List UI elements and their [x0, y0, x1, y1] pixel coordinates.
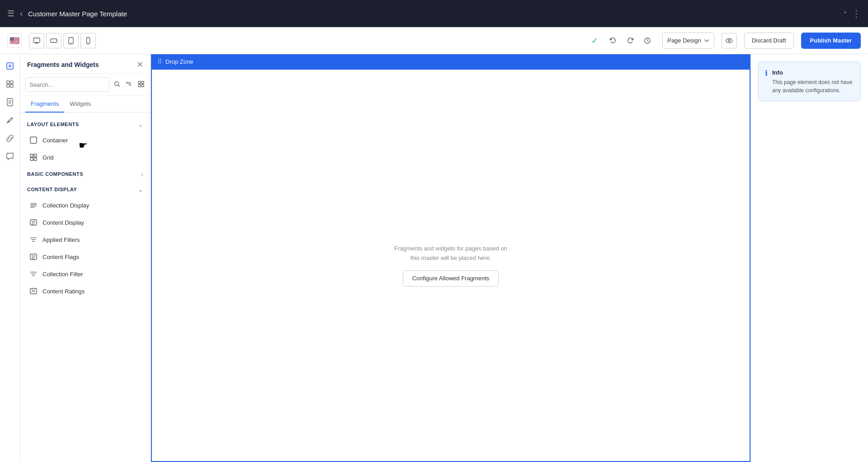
- collection-filter-icon: [29, 269, 38, 278]
- publish-master-button[interactable]: Publish Master: [801, 33, 861, 49]
- configure-allowed-fragments-button[interactable]: Configure Allowed Fragments: [403, 270, 499, 287]
- flag-emoji: 🇺🇸: [9, 36, 19, 46]
- brush-icon[interactable]: [2, 112, 18, 128]
- basic-components-title: BASIC COMPONENTS: [27, 171, 83, 177]
- add-panel-icon[interactable]: [2, 58, 18, 74]
- content-display-header[interactable]: CONTENT DISPLAY ⌄: [20, 181, 151, 197]
- info-icon: ℹ: [765, 69, 768, 94]
- layout-elements-header[interactable]: LAYOUT ELEMENTS ⌄: [20, 116, 151, 132]
- history-button[interactable]: [640, 33, 655, 48]
- svg-rect-16: [10, 81, 13, 84]
- language-flag[interactable]: 🇺🇸: [7, 33, 22, 48]
- applied-filters-item[interactable]: Applied Filters: [20, 231, 151, 248]
- grid-item[interactable]: Grid: [20, 149, 151, 166]
- canvas-message: Fragments and widgets for pages based on…: [394, 244, 507, 263]
- svg-point-8: [88, 42, 88, 43]
- drop-zone-label: Drop Zone: [165, 58, 193, 65]
- panel-title: Fragments and Widgets: [27, 61, 99, 68]
- comment-icon[interactable]: [2, 148, 18, 165]
- svg-line-24: [118, 85, 120, 86]
- grid-icon: [29, 153, 38, 162]
- content-flags-icon: [29, 252, 38, 261]
- drop-zone-bar: ⠿ Drop Zone: [151, 54, 750, 69]
- discard-draft-button[interactable]: Discard Draft: [744, 33, 794, 49]
- grid-view-button[interactable]: [137, 78, 145, 91]
- tabs-row: Fragments Widgets: [20, 96, 151, 113]
- grid-label: Grid: [42, 154, 54, 161]
- history-group: [605, 33, 655, 48]
- canvas-frame: Fragments and widgets for pages based on…: [151, 69, 750, 462]
- info-message: This page element does not have any avai…: [772, 78, 854, 94]
- svg-rect-35: [30, 158, 33, 160]
- content-flags-label: Content Flags: [42, 254, 79, 260]
- content-display-label: Content Display: [42, 219, 84, 226]
- layout-elements-toggle: ⌄: [138, 121, 143, 128]
- fragments-panel: Fragments and Widgets ✕: [20, 54, 151, 462]
- svg-rect-33: [30, 154, 33, 157]
- more-options-icon[interactable]: ⋮: [852, 8, 861, 19]
- undo-button[interactable]: [605, 33, 621, 48]
- sidebar-toggle-icon[interactable]: ☰: [7, 9, 14, 19]
- layers-icon[interactable]: [2, 76, 18, 92]
- tablet-view-button[interactable]: [63, 33, 79, 48]
- svg-point-6: [71, 42, 71, 43]
- auto-save-icon: ✓: [591, 36, 598, 46]
- unsaved-indicator: *: [844, 10, 846, 17]
- sort-button[interactable]: [125, 78, 133, 91]
- panel-header: Fragments and Widgets ✕: [20, 54, 151, 74]
- svg-rect-36: [34, 158, 37, 160]
- svg-rect-31: [142, 85, 144, 87]
- top-bar: ☰ ‹ Customer Master Page Template * ⋮: [0, 0, 868, 27]
- page-design-select[interactable]: Page Design: [662, 33, 714, 49]
- collection-filter-label: Collection Filter: [42, 271, 83, 278]
- desktop-view-button[interactable]: [29, 33, 44, 48]
- link-icon[interactable]: [2, 130, 18, 146]
- container-icon: [29, 136, 38, 145]
- container-item[interactable]: Container ☛: [20, 132, 151, 149]
- layout-elements-title: LAYOUT ELEMENTS: [27, 122, 79, 127]
- svg-rect-0: [33, 38, 40, 42]
- content-display-title: CONTENT DISPLAY: [27, 187, 77, 192]
- redo-button[interactable]: [623, 33, 638, 48]
- collection-display-label: Collection Display: [42, 202, 89, 209]
- content-display-icon: [29, 218, 38, 227]
- page-title: Customer Master Page Template: [28, 10, 839, 18]
- close-panel-button[interactable]: ✕: [137, 61, 143, 69]
- basic-components-header[interactable]: BASIC COMPONENTS ›: [20, 166, 151, 181]
- view-mode-group: [29, 33, 96, 48]
- content-ratings-icon: [29, 287, 38, 296]
- info-panel: ℹ Info This page element does not have a…: [750, 54, 868, 462]
- svg-point-10: [726, 38, 732, 42]
- preview-button[interactable]: [722, 33, 737, 48]
- toolbar: 🇺🇸 ✓: [0, 27, 868, 54]
- collection-display-icon: [29, 201, 38, 210]
- content-ratings-label: Content Ratings: [42, 288, 85, 295]
- search-row: [20, 74, 151, 96]
- search-input[interactable]: [25, 77, 109, 92]
- icon-bar: [0, 54, 20, 462]
- applied-filters-icon: [29, 235, 38, 244]
- content-flags-item[interactable]: Content Flags: [20, 248, 151, 265]
- svg-rect-15: [7, 81, 9, 84]
- drop-zone-grip-icon: ⠿: [157, 58, 162, 65]
- page-icon[interactable]: [2, 94, 18, 110]
- content-display-toggle: ⌄: [138, 186, 143, 193]
- svg-rect-55: [30, 288, 37, 294]
- search-button[interactable]: [113, 78, 121, 91]
- applied-filters-label: Applied Filters: [42, 236, 80, 243]
- collection-display-item[interactable]: Collection Display: [20, 197, 151, 214]
- collection-filter-item[interactable]: Collection Filter: [20, 265, 151, 283]
- mobile-view-button[interactable]: [80, 33, 96, 48]
- content-display-item[interactable]: Content Display: [20, 214, 151, 231]
- back-icon[interactable]: ‹: [20, 9, 23, 19]
- panel-content: LAYOUT ELEMENTS ⌄ Container ☛: [20, 113, 151, 462]
- page-design-label: Page Design: [667, 37, 701, 44]
- tab-fragments[interactable]: Fragments: [25, 96, 64, 113]
- svg-rect-18: [10, 85, 13, 87]
- content-ratings-item[interactable]: Content Ratings: [20, 283, 151, 300]
- svg-rect-34: [34, 154, 37, 157]
- tab-widgets[interactable]: Widgets: [64, 96, 96, 113]
- svg-rect-29: [142, 81, 144, 84]
- tablet-landscape-view-button[interactable]: [46, 33, 61, 48]
- svg-rect-28: [138, 81, 141, 84]
